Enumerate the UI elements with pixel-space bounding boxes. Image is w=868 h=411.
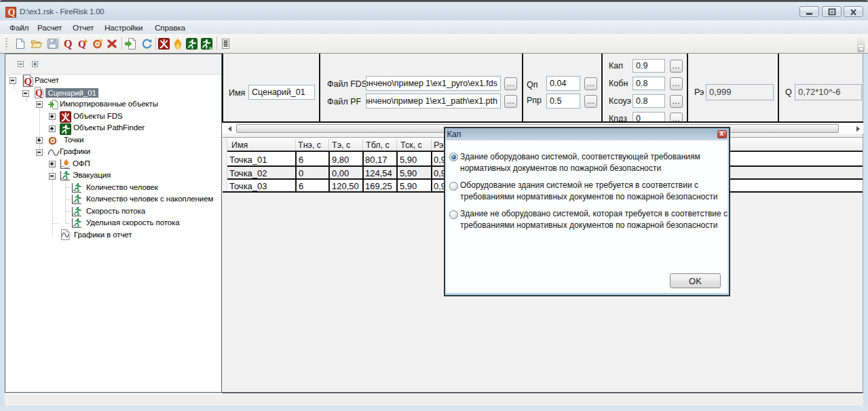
svg-text:Q: Q [24,76,33,87]
svg-text:Q: Q [35,88,43,98]
svg-text:Q: Q [64,38,72,50]
